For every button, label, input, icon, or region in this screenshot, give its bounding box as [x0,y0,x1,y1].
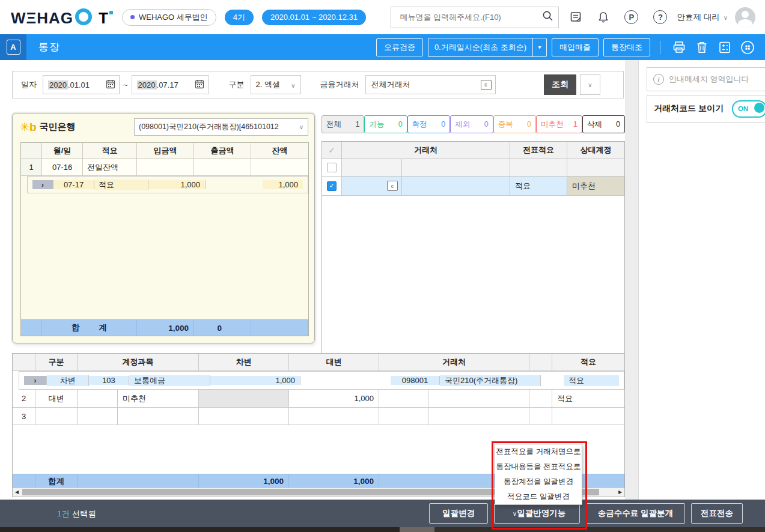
cell-account-name [118,408,199,425]
cell-deposit [137,159,194,175]
scroll-right-icon[interactable]: ▶ [616,488,624,496]
menu-item-slip-memo-to-vendor[interactable]: 전표적요를 거래처명으로 [495,444,582,459]
col-date: 월/일 [42,143,83,159]
avatar[interactable] [735,7,755,28]
partner-p-icon[interactable]: P [624,10,638,24]
bank-name: 국민은행 [40,121,76,133]
help-icon[interactable]: ? [653,10,667,24]
bank-row[interactable]: 1 07-16 전일잔액 [21,159,308,176]
date-to-year: 2020 [137,80,157,89]
fee-batch-button[interactable]: 송금수수료 일괄분개 [586,503,685,524]
bank-total-deposit: 1,000 [137,320,194,336]
cell-credit: 1,000 [289,390,379,407]
checkbox-checked[interactable]: ✓ [327,181,337,191]
row-number-header [13,354,35,370]
col-withdraw: 출금액 [194,143,251,159]
bank-panel-header: ✳b 국민은행 (098001)국민210(주거래통장)[465101012 [13,113,314,140]
bank-passbook-panel: ✳b 국민은행 (098001)국민210(주거래통장)[465101012 월… [12,113,315,343]
menu-search-input[interactable] [398,12,542,22]
notification-bell-icon[interactable] [597,11,609,23]
bank-row-selected[interactable]: › 07-17 적요 1,000 1,000 [27,176,308,193]
memo-icon[interactable] [570,11,582,23]
pill-duplicate[interactable]: 중복0 [493,115,536,133]
pill-count: 0 [484,120,489,128]
menu-code-label: A [7,40,20,55]
match-row[interactable] [322,159,624,177]
sort-order-select[interactable]: 0.거래일시순(최초 조회순) [428,38,547,57]
batch-change-button[interactable]: 일괄변경 [429,503,488,524]
ledger-compare-button[interactable]: 통장대조 [603,38,650,56]
fin-vendor-input[interactable]: 전체거래처 c [365,75,496,94]
apps-grid-icon[interactable] [739,38,757,56]
header-icon-group: P ? [570,10,667,24]
row-checkbox-cell: ✓ [322,177,342,195]
cell-vendor-code [342,159,402,176]
pill-not-recommended[interactable]: 미추천1 [536,115,582,133]
menu-item-bank-content-to-memo[interactable]: 통장내용등을 전표적요로 [495,459,582,474]
top-header: WΞHAGT WEHAGO 세무법인 4기 2020.01.01 ~ 2020.… [0,0,765,34]
cell-account-name: 미추천 [118,390,199,407]
cell-deposit: 1,000 [148,180,206,189]
chevron-down-icon[interactable] [532,38,546,56]
date-to-input[interactable]: 2020.07.17 [132,75,209,94]
journal-row-selected[interactable]: › 차변 103 보통예금 1,000 098001 국민210(주거래통장) … [19,371,624,390]
purchase-sales-button[interactable]: 매입매출 [552,38,599,56]
menu-item-memo-code-batch[interactable]: 적요코드 일괄변경 [495,489,582,504]
fin-vendor-value: 전체거래처 [371,79,410,90]
code-search-icon[interactable]: c [387,181,398,191]
user-menu[interactable]: 안효제 대리 [677,12,728,23]
cell-vendor-name [428,390,529,407]
row-number: 3 [13,408,35,425]
pill-excluded[interactable]: 제외0 [450,115,493,133]
scroll-left-icon[interactable]: ◀ [13,488,21,496]
search-icon[interactable] [542,10,553,24]
cell-slip-memo [510,159,567,176]
vendor-code-toggle-label: 거래처코드 보이기 [654,103,724,114]
journal-row[interactable]: 2 대변 미추천 1,000 적요 [13,390,624,408]
cell-account-code [78,390,118,407]
date-from-input[interactable]: 2020.01.01 [43,75,120,94]
total-spacer [13,474,35,488]
check-icon: ✓ [328,145,335,155]
calculator-note-icon[interactable] [716,38,734,56]
print-icon[interactable] [670,38,688,56]
search-options-button[interactable] [580,74,600,95]
select-all-checkbox[interactable]: ✓ [322,142,342,159]
pill-deleted[interactable]: 삭제0 [582,115,625,133]
col-deposit: 입금액 [137,143,194,159]
info-message-box: i 안내메세지 영역입니다 [647,67,765,91]
menu-code-box[interactable]: A [0,34,26,60]
send-slip-button[interactable]: 전표전송 [691,503,743,524]
checkbox-unchecked[interactable] [327,163,337,172]
pill-all[interactable]: 전체1 [322,115,364,133]
cell-slip-memo: 적요 [510,177,567,195]
vendor-code-toggle[interactable]: ON [732,100,765,118]
col-counter-account: 상대계정 [567,142,624,159]
trash-icon[interactable] [693,38,711,56]
menu-search-box[interactable] [391,7,559,28]
batch-apply-button[interactable]: 일괄반영기능 [494,503,580,524]
match-row-selected[interactable]: ✓ c 적요 미추천 [322,177,624,196]
pill-possible[interactable]: 가능0 [364,115,407,133]
code-search-icon[interactable]: c [481,80,492,90]
pill-confirmed[interactable]: 확정0 [407,115,450,133]
cell-vendor-code: c [342,177,402,195]
journal-row[interactable]: 3 [13,408,624,425]
cell-memo: 적요 [564,375,619,386]
cell-debit [199,390,289,407]
type-select[interactable]: 2. 엑셀 [251,75,301,94]
account-select[interactable]: (098001)국민210(주거래통장)[465101012 [134,118,308,136]
pill-label: 제외 [455,119,470,130]
fiscal-period-badge: 2020.01.01 ~ 2020.12.31 [262,10,366,25]
search-button[interactable]: 조회 [544,74,576,95]
col-memo: 적요 [83,143,137,159]
col-type: 구분 [35,354,78,370]
calendar-icon[interactable] [106,79,115,91]
menu-item-bank-account-batch[interactable]: 통장계정을 일괄변경 [495,474,582,489]
error-check-button[interactable]: 오류검증 [376,38,423,56]
total-spacer [78,474,199,488]
cell-memo: 적요 [552,390,624,407]
journal-total-label: 합계 [35,474,78,488]
calendar-icon[interactable] [195,79,204,91]
bank-total-label: 합 계 [42,320,137,336]
